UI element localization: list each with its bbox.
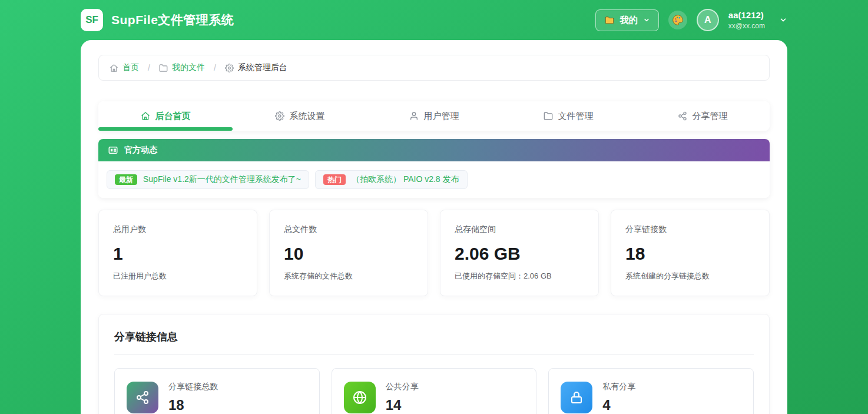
news-icon bbox=[108, 145, 118, 155]
stat-card-share-links: 分享链接数 18 系统创建的分享链接总数 bbox=[611, 210, 770, 296]
stat-desc: 已注册用户总数 bbox=[113, 271, 243, 281]
stats-row: 总用户数 1 已注册用户总数 总文件数 10 系统存储的文件总数 总存储空间 2… bbox=[98, 210, 770, 296]
app-logo-text: SF bbox=[85, 14, 98, 26]
user-icon bbox=[409, 111, 419, 121]
share-nodes-icon bbox=[127, 382, 158, 413]
tab-dashboard-label: 后台首页 bbox=[155, 111, 191, 122]
official-news-title: 官方动态 bbox=[124, 145, 157, 155]
breadcrumb-admin-label: 系统管理后台 bbox=[238, 62, 287, 73]
globe-icon bbox=[344, 382, 376, 413]
folder-icon bbox=[159, 64, 168, 72]
user-email: xx@xx.com bbox=[728, 22, 765, 30]
share-section-title: 分享链接信息 bbox=[114, 330, 754, 344]
share-card-label: 分享链接总数 bbox=[168, 382, 218, 392]
share-card-text: 私有分享 4 bbox=[602, 382, 635, 413]
home-icon bbox=[141, 111, 150, 121]
stat-card-total-users: 总用户数 1 已注册用户总数 bbox=[98, 210, 257, 296]
stat-value: 1 bbox=[113, 244, 243, 264]
header-actions: 我的 A aa(1212) xx@xx.com bbox=[595, 9, 787, 31]
tab-user-management-label: 用户管理 bbox=[424, 111, 459, 122]
stat-card-total-storage: 总存储空间 2.06 GB 已使用的存储空间：2.06 GB bbox=[440, 210, 599, 296]
share-card-text: 分享链接总数 18 bbox=[168, 382, 218, 413]
my-files-label: 我的 bbox=[620, 15, 638, 26]
tab-file-management-label: 文件管理 bbox=[558, 111, 594, 122]
official-news-body: 最新 SupFile v1.2新一代的文件管理系统发布了~ 热门 （拍欧系统） … bbox=[98, 161, 770, 198]
news-badge-hot: 热门 bbox=[323, 174, 346, 185]
stat-card-total-files: 总文件数 10 系统存储的文件总数 bbox=[269, 210, 428, 296]
home-icon bbox=[110, 64, 118, 72]
news-item[interactable]: 热门 （拍欧系统） PAIO v2.8 发布 bbox=[315, 170, 468, 189]
official-news-header: 官方动态 bbox=[98, 139, 770, 161]
official-news-banner: 官方动态 最新 SupFile v1.2新一代的文件管理系统发布了~ 热门 （拍… bbox=[98, 139, 770, 198]
gear-icon bbox=[225, 64, 234, 72]
breadcrumb-my-files[interactable]: 我的文件 bbox=[159, 62, 205, 73]
tab-share-management-label: 分享管理 bbox=[693, 111, 728, 122]
tab-user-management[interactable]: 用户管理 bbox=[367, 101, 501, 131]
share-card-total: 分享链接总数 18 bbox=[114, 368, 320, 414]
palette-icon bbox=[672, 14, 684, 26]
lock-icon bbox=[561, 382, 592, 413]
top-header: SF SupFile文件管理系统 我的 A aa bbox=[81, 0, 787, 40]
stat-desc: 系统存储的文件总数 bbox=[284, 271, 413, 281]
chevron-down-icon bbox=[643, 16, 650, 24]
user-menu-chevron-down-icon[interactable] bbox=[779, 16, 787, 24]
breadcrumb-separator: / bbox=[214, 63, 216, 72]
breadcrumb-admin: 系统管理后台 bbox=[225, 62, 287, 73]
share-card-text: 公共分享 14 bbox=[386, 382, 419, 413]
share-card-label: 公共分享 bbox=[386, 382, 419, 392]
news-text: （拍欧系统） PAIO v2.8 发布 bbox=[352, 174, 459, 185]
stat-desc: 已使用的存储空间：2.06 GB bbox=[455, 271, 584, 281]
stat-value: 18 bbox=[625, 244, 755, 264]
gear-icon bbox=[275, 111, 284, 121]
tab-system-settings-label: 系统设置 bbox=[290, 111, 325, 122]
tab-dashboard[interactable]: 后台首页 bbox=[98, 101, 233, 131]
share-link-info-section: 分享链接信息 分享链接总数 18 公共分享 14 bbox=[98, 314, 770, 414]
share-card-public: 公共分享 14 bbox=[332, 368, 537, 414]
app-logo[interactable]: SF bbox=[81, 9, 103, 31]
breadcrumb-separator: / bbox=[148, 63, 150, 72]
stat-label: 总用户数 bbox=[113, 224, 243, 235]
avatar-letter: A bbox=[704, 15, 711, 25]
section-divider bbox=[114, 355, 754, 355]
tab-file-management[interactable]: 文件管理 bbox=[501, 101, 635, 131]
stat-value: 2.06 GB bbox=[455, 244, 584, 264]
news-badge-new: 最新 bbox=[115, 174, 137, 185]
breadcrumb-my-files-label: 我的文件 bbox=[172, 62, 205, 73]
my-files-button[interactable]: 我的 bbox=[595, 9, 659, 31]
main-panel: 首页 / 我的文件 / 系统管理后台 后台首页 系统 bbox=[81, 40, 787, 414]
stat-value: 10 bbox=[284, 244, 413, 264]
share-card-value: 14 bbox=[386, 397, 419, 413]
stat-label: 总文件数 bbox=[284, 224, 413, 235]
stat-desc: 系统创建的分享链接总数 bbox=[625, 271, 755, 281]
share-card-label: 私有分享 bbox=[602, 382, 635, 392]
user-avatar[interactable]: A bbox=[697, 9, 719, 31]
app-title: SupFile文件管理系统 bbox=[111, 12, 234, 28]
breadcrumb-home-label: 首页 bbox=[122, 62, 139, 73]
news-item[interactable]: 最新 SupFile v1.2新一代的文件管理系统发布了~ bbox=[107, 170, 309, 189]
theme-palette-button[interactable] bbox=[668, 11, 687, 29]
folder-emoji-icon bbox=[604, 15, 615, 25]
breadcrumb: 首页 / 我的文件 / 系统管理后台 bbox=[98, 55, 770, 81]
folder-icon bbox=[544, 111, 553, 121]
share-card-value: 18 bbox=[168, 397, 218, 413]
user-name: aa(1212) bbox=[728, 10, 765, 20]
share-cards-row: 分享链接总数 18 公共分享 14 私有分享 4 bbox=[114, 368, 754, 414]
tab-system-settings[interactable]: 系统设置 bbox=[233, 101, 367, 131]
stat-label: 总存储空间 bbox=[455, 224, 584, 235]
share-icon bbox=[678, 111, 687, 121]
admin-tabs: 后台首页 系统设置 用户管理 文件管理 分享管理 bbox=[98, 101, 770, 131]
stat-label: 分享链接数 bbox=[625, 224, 755, 235]
user-menu-trigger[interactable]: aa(1212) xx@xx.com bbox=[728, 10, 765, 30]
breadcrumb-home[interactable]: 首页 bbox=[110, 62, 139, 73]
share-card-value: 4 bbox=[602, 397, 635, 413]
tab-share-management[interactable]: 分享管理 bbox=[635, 101, 770, 131]
news-text: SupFile v1.2新一代的文件管理系统发布了~ bbox=[143, 174, 301, 185]
share-card-private: 私有分享 4 bbox=[548, 368, 754, 414]
